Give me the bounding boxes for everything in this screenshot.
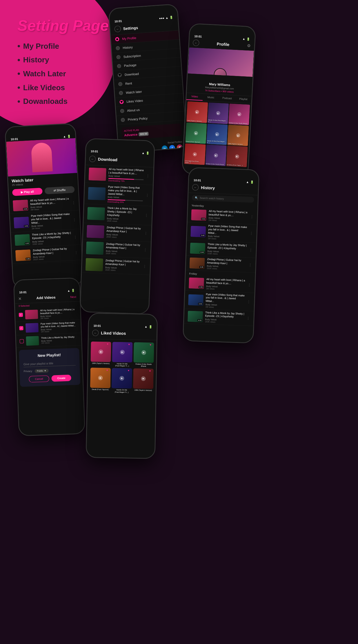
- close-button[interactable]: ✕: [18, 296, 22, 301]
- back-button[interactable]: ←: [114, 26, 121, 32]
- video-thumb[interactable]: ▶Dil Mera (From 'Sajini...'): [226, 146, 248, 167]
- more-icon[interactable]: ⋮: [144, 231, 148, 235]
- menu-label: Likes Video: [126, 99, 143, 103]
- checkbox[interactable]: [20, 339, 24, 343]
- more-icon[interactable]: ⋮: [249, 231, 253, 236]
- more-icon[interactable]: ⋮: [146, 193, 149, 198]
- instagram-icon[interactable]: ▣: [177, 144, 183, 150]
- history-item[interactable]: 3:45 Pyar mein |Video Song that make you…: [187, 222, 257, 243]
- video-thumb[interactable]: ▶Hands On Me (Feat.Megan Tr...): [206, 124, 228, 145]
- liked-item[interactable]: ♥▶ Hands On Me (Feat.Megan Tr...): [112, 342, 132, 367]
- more-icon[interactable]: ⋮: [145, 214, 148, 218]
- more-icon[interactable]: ⋮: [247, 300, 250, 304]
- more-icon[interactable]: ⋮: [72, 218, 76, 222]
- list-item[interactable]: 4:45 Zindagi Phirse | Gulzar hai by Aman…: [12, 245, 81, 264]
- download-item[interactable]: All my heart with love | Rihana | a beau…: [85, 165, 153, 185]
- menu-label: Package: [124, 63, 137, 68]
- history-item[interactable]: 4:45 Think Like a Monk by Jay Shetty | E…: [184, 309, 254, 326]
- hero-section: Setting Page My Profile History Watch La…: [17, 17, 109, 108]
- back-button[interactable]: ←: [192, 184, 199, 191]
- plan-name: Advance: [124, 133, 138, 137]
- heart-icon: ♥: [107, 343, 110, 346]
- back-button[interactable]: ←: [89, 155, 96, 162]
- more-icon[interactable]: ⋮: [72, 201, 75, 205]
- menu-label: Rent: [125, 82, 132, 86]
- settings-icon[interactable]: ⚙: [247, 43, 251, 48]
- cancel-button[interactable]: Cancel: [29, 375, 49, 382]
- download-item[interactable]: Zindagi Phirse | Gulzar hai by Amandeep …: [82, 239, 151, 258]
- history-item[interactable]: 4:45 All my heart with love | Rihana | a…: [188, 207, 257, 225]
- video-grid: ▶1989 (Taylor's Version) ▶Hands On Me (F…: [183, 100, 251, 168]
- playlist-item[interactable]: ✓ Pyar mein |Video Song that make you fa…: [16, 320, 81, 335]
- more-icon[interactable]: ⋮: [249, 248, 252, 252]
- playlist-title-input[interactable]: [23, 359, 76, 367]
- video-thumb[interactable]: ▶Hands On Me (Feat.Megan Tr...): [207, 102, 229, 124]
- play-all-button[interactable]: ▶ Play all: [12, 188, 43, 196]
- search-bar[interactable]: 🔍 Search watch history: [192, 195, 255, 202]
- new-playlist-modal: New Playlist! Privacy Public ▼ Cancel Cr…: [19, 348, 80, 387]
- playlist-item[interactable]: Think Like a Monk by Jay Shetty Body Vel…: [16, 333, 81, 348]
- liked-item[interactable]: ♥▶ Diwali (From 'Apurva'): [90, 368, 111, 393]
- more-icon[interactable]: ⋮: [143, 264, 146, 268]
- shuffle-button[interactable]: ⇄ Shuffle: [44, 186, 75, 194]
- download-title: Download: [98, 157, 117, 162]
- back-button[interactable]: ←: [193, 39, 199, 46]
- profile-banner: [188, 47, 254, 77]
- about-icon: ○: [120, 109, 124, 113]
- more-icon[interactable]: ⋮: [250, 215, 253, 219]
- back-button[interactable]: ←: [92, 330, 99, 336]
- new-playlist-title: New Playlist!: [23, 352, 75, 358]
- video-thumb[interactable]: ▶Girls Night Out (From 'Sajini...'): [184, 143, 206, 165]
- tab-video[interactable]: Video: [186, 93, 203, 101]
- video-thumb[interactable]: ▶Khalasi (Coke Studio Bharat: [228, 104, 250, 125]
- tab-podcast[interactable]: Podcast: [219, 95, 235, 102]
- liked-item[interactable]: ♥▶ Khalasi (Coke Studio Bharat: [133, 342, 154, 368]
- heart-icon: ♥: [150, 343, 153, 347]
- facebook-icon[interactable]: f: [169, 145, 175, 151]
- liked-item[interactable]: ♥▶ Hands On Me (Feat.Megan Tr...): [112, 368, 132, 394]
- liked-grid: ♥▶ 1989 (Taylor's Version) ♥▶ Hands On M…: [88, 339, 156, 396]
- video-thumb[interactable]: ▶Khalasi (Coke Studio Bharat: [205, 144, 227, 166]
- more-icon[interactable]: ⋮: [74, 250, 78, 255]
- privacy-dropdown[interactable]: Public ▼: [34, 369, 49, 373]
- history-item[interactable]: 8:45 Think Like a Monk by Jay Shetty | E…: [186, 240, 256, 258]
- checkbox[interactable]: ✓: [19, 313, 23, 317]
- download-item[interactable]: Pyar mein |Video Song that make you fall…: [84, 183, 153, 206]
- history-item[interactable]: 4:45 Zindagi Phirse | Gulzar hai by Aman…: [186, 256, 256, 273]
- checkbox[interactable]: ✓: [19, 326, 23, 330]
- likes-icon: ♥: [119, 100, 124, 104]
- video-thumb[interactable]: ▶1989 (Taylor's Version): [227, 125, 249, 146]
- phone-notch: [108, 314, 137, 322]
- tab-music[interactable]: Music: [203, 94, 219, 102]
- download-item[interactable]: Zindagi Phirse | Gulzar hai by Amandeep …: [83, 223, 151, 242]
- tab-playlist[interactable]: Playlist: [235, 95, 252, 103]
- settings-phone: 10:01 ●●●▲🔋 ← Settings ● My Profile ○ Hi…: [108, 3, 188, 153]
- history-item[interactable]: 3:45 Pyar mein |Video Song that make you…: [184, 290, 254, 311]
- playlist-item[interactable]: ✓ All my heart with love | Rihana | a be…: [15, 306, 80, 322]
- video-thumb[interactable]: ▶Diwali (From 'Apurva'): [185, 122, 207, 144]
- privacy-label: Privacy: [24, 370, 32, 373]
- linkedin-icon[interactable]: in: [161, 145, 168, 151]
- more-icon[interactable]: ⋮: [143, 248, 147, 252]
- create-button[interactable]: Create: [51, 375, 71, 381]
- hero-title: Setting Page: [17, 17, 109, 34]
- more-icon[interactable]: ⋮: [146, 174, 150, 178]
- more-icon[interactable]: ⋮: [248, 263, 252, 267]
- download-item[interactable]: Think Like a Monk by Jay Shetty | Episod…: [83, 204, 152, 225]
- menu-label: Privacy Policy: [128, 116, 148, 121]
- menu-label: History: [123, 45, 133, 49]
- active-plan-label: Active Plan: [124, 126, 179, 132]
- video-thumb[interactable]: ▶1989 (Taylor's Version): [186, 101, 208, 123]
- liked-item[interactable]: ♥▶ 1989 (Taylor's Version): [133, 368, 154, 394]
- history-item[interactable]: 4:45 All my heart with love | Rihana | a…: [185, 276, 255, 293]
- download-item[interactable]: Zindagi Phirse | Gulzar hai by Amandeep …: [82, 256, 150, 275]
- bullet-like-videos: Like Videos: [17, 81, 109, 95]
- next-button[interactable]: Next: [70, 295, 76, 299]
- more-icon[interactable]: ⋮: [246, 316, 250, 320]
- subscription-icon: ○: [116, 55, 121, 59]
- item-thumbnail: [26, 323, 39, 333]
- more-icon[interactable]: ⋮: [248, 283, 251, 287]
- more-icon[interactable]: ⋮: [73, 235, 77, 239]
- plan-price: $99.99: [139, 132, 149, 136]
- liked-item[interactable]: ♥▶ 1989 (Taylor's Version): [90, 341, 111, 367]
